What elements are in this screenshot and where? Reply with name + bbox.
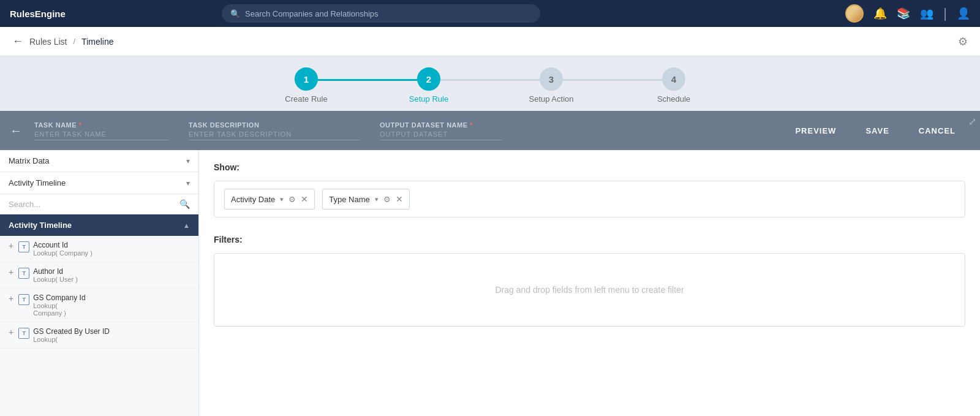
task-name-input[interactable] xyxy=(34,129,169,140)
dropdown-arrow-icon[interactable]: ▾ xyxy=(375,195,379,203)
section-header[interactable]: Activity Timeline ▲ xyxy=(0,214,198,236)
section-collapse-icon: ▲ xyxy=(183,222,190,229)
output-dataset-input[interactable] xyxy=(380,129,502,140)
search-icon: 🔍 xyxy=(230,9,240,18)
task-name-field: Task Name * xyxy=(34,121,169,140)
gear-icon[interactable]: ⚙ xyxy=(383,195,391,204)
dropdown1-arrow-icon: ▾ xyxy=(186,157,190,165)
section-header-label: Activity Timeline xyxy=(9,221,72,230)
step-setup-rule: 2 Setup Rule xyxy=(368,67,490,104)
activity-timeline-dropdown[interactable]: Activity Timeline ▾ xyxy=(0,172,198,194)
field-tag-label: Activity Date xyxy=(231,195,275,204)
task-bar-actions: PREVIEW SAVE CANCEL xyxy=(780,111,970,150)
show-label: Show: xyxy=(214,162,965,172)
output-dataset-label: Output Dataset Name * xyxy=(380,121,502,129)
field-type-icon: T xyxy=(18,241,29,252)
list-item[interactable]: + T Author Id Lookup( User ) xyxy=(0,262,198,289)
filters-label: Filters: xyxy=(214,235,965,244)
output-dataset-field: Output Dataset Name * xyxy=(380,121,502,140)
field-info: GS Created By User ID Lookup( xyxy=(33,327,110,343)
dropdown-arrow-icon[interactable]: ▾ xyxy=(280,195,284,203)
task-desc-field: Task Description xyxy=(189,121,360,140)
field-list: + T Account Id Lookup( Company ) + T Aut… xyxy=(0,236,198,416)
task-desc-label: Task Description xyxy=(189,121,360,129)
field-type-icon: T xyxy=(18,328,29,339)
left-panel: Matrix Data ▾ Activity Timeline ▾ 🔍 Acti… xyxy=(0,150,199,416)
step-label-4: Schedule xyxy=(657,94,690,104)
plus-icon: + xyxy=(9,241,13,251)
matrix-data-dropdown[interactable]: Matrix Data ▾ xyxy=(0,150,198,172)
field-search-icon[interactable]: 🔍 xyxy=(179,199,190,209)
save-button[interactable]: SAVE xyxy=(851,111,903,150)
step-create-rule: 1 Create Rule xyxy=(245,67,368,104)
breadcrumb-separator: / xyxy=(73,37,75,46)
field-info: Author Id Lookup( User ) xyxy=(33,267,78,283)
matrix-data-label: Matrix Data xyxy=(9,156,186,165)
step-circle-2: 2 xyxy=(417,67,440,91)
gear-icon[interactable]: ⚙ xyxy=(288,195,296,204)
cancel-button[interactable]: CANCEL xyxy=(904,111,970,150)
field-search-input[interactable] xyxy=(9,200,176,209)
step-schedule: 4 Schedule xyxy=(612,67,735,104)
field-search-row: 🔍 xyxy=(0,194,198,214)
breadcrumb-rules-list[interactable]: Rules List xyxy=(29,37,67,47)
main-content: Matrix Data ▾ Activity Timeline ▾ 🔍 Acti… xyxy=(0,150,980,416)
close-icon[interactable]: ✕ xyxy=(396,194,403,204)
step-setup-action: 3 Setup Action xyxy=(490,67,612,104)
show-section: Show: Activity Date ▾ ⚙ ✕ Type Name ▾ ⚙ … xyxy=(214,162,965,217)
task-name-label: Task Name * xyxy=(34,121,169,129)
field-type-icon: T xyxy=(18,268,29,279)
nav-icons: 🔔 📚 👥 | 👤 xyxy=(845,4,970,23)
app-title: RulesEngine xyxy=(10,9,66,19)
plus-icon: + xyxy=(9,293,13,303)
field-info: GS Company Id Lookup(Company ) xyxy=(33,293,85,317)
avatar[interactable] xyxy=(845,4,864,23)
plus-icon: + xyxy=(9,327,13,337)
expand-icon[interactable]: ⤢ xyxy=(965,113,980,130)
activity-timeline-label: Activity Timeline xyxy=(9,178,186,187)
step-label-3: Setup Action xyxy=(529,94,574,104)
list-item[interactable]: + T Account Id Lookup( Company ) xyxy=(0,236,198,262)
search-input[interactable] xyxy=(245,9,532,18)
steps-bar: 1 Create Rule 2 Setup Rule 3 Setup Actio… xyxy=(0,56,980,111)
breadcrumb-bar: ← Rules List / Timeline ⚙ xyxy=(0,27,980,56)
show-fields-container: Activity Date ▾ ⚙ ✕ Type Name ▾ ⚙ ✕ xyxy=(214,181,965,217)
top-nav: RulesEngine 🔍 🔔 📚 👥 | 👤 xyxy=(0,0,980,27)
filters-dropzone[interactable]: Drag and drop fields from left menu to c… xyxy=(214,253,965,327)
task-back-button[interactable]: ← xyxy=(10,124,22,138)
dropdown2-arrow-icon: ▾ xyxy=(186,179,190,187)
global-search[interactable]: 🔍 xyxy=(222,4,540,23)
step-circle-3: 3 xyxy=(540,67,563,91)
filters-placeholder: Drag and drop fields from left menu to c… xyxy=(495,285,684,295)
step-label-1: Create Rule xyxy=(285,94,327,104)
list-item[interactable]: + T GS Created By User ID Lookup( xyxy=(0,322,198,349)
field-tag-label: Type Name xyxy=(329,195,369,204)
filters-section: Filters: Drag and drop fields from left … xyxy=(214,235,965,327)
breadcrumb-current: Timeline xyxy=(81,37,113,47)
plus-icon: + xyxy=(9,267,13,277)
settings-icon[interactable]: ⚙ xyxy=(958,35,968,48)
list-item[interactable]: + T GS Company Id Lookup(Company ) xyxy=(0,289,198,322)
right-panel: Show: Activity Date ▾ ⚙ ✕ Type Name ▾ ⚙ … xyxy=(199,150,980,416)
field-tag-activity-date: Activity Date ▾ ⚙ ✕ xyxy=(224,189,315,210)
task-bar: ← Task Name * Task Description Output Da… xyxy=(0,111,980,150)
step-circle-4: 4 xyxy=(662,67,685,91)
task-desc-input[interactable] xyxy=(189,129,360,140)
field-info: Account Id Lookup( Company ) xyxy=(33,241,92,257)
step-label-2: Setup Rule xyxy=(409,94,448,104)
back-button[interactable]: ← xyxy=(12,35,23,48)
field-tag-type-name: Type Name ▾ ⚙ ✕ xyxy=(322,189,409,210)
step-circle-1: 1 xyxy=(295,67,318,91)
field-type-icon: T xyxy=(18,294,29,305)
preview-button[interactable]: PREVIEW xyxy=(780,111,851,150)
close-icon[interactable]: ✕ xyxy=(301,194,308,204)
